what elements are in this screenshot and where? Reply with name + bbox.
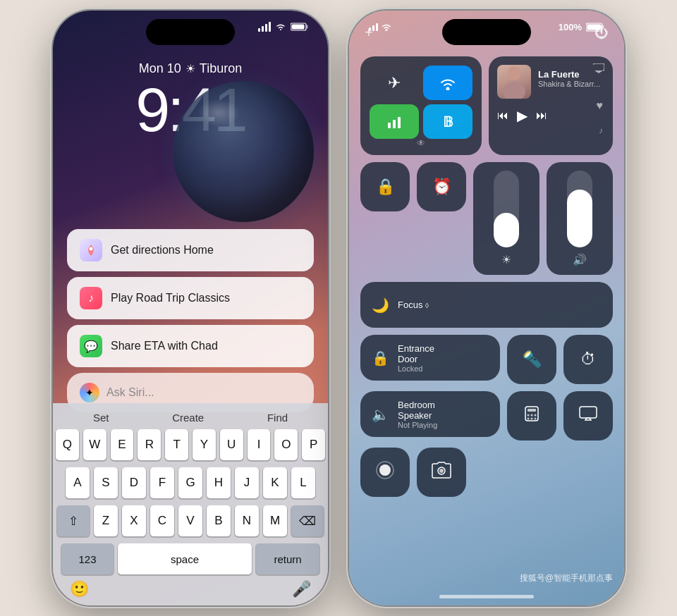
svg-rect-6 [603, 25, 604, 29]
key-t[interactable]: T [165, 429, 188, 460]
music-note-icon: ♪ [599, 125, 603, 135]
cc-grid: ✈ [360, 56, 613, 504]
mirror-icon-svg [579, 406, 597, 421]
tile-alarm[interactable]: ⏰ [417, 162, 466, 211]
btn-cellular[interactable] [370, 104, 419, 139]
shortcut-create[interactable]: Create [172, 412, 204, 424]
mic-icon[interactable]: 🎤 [292, 580, 311, 598]
key-h[interactable]: H [207, 467, 231, 498]
suggestion-directions-text: Get directions Home [111, 244, 214, 257]
tile-speaker[interactable]: 🔈 BedroomSpeaker Not Playing [360, 391, 500, 437]
svg-rect-11 [398, 117, 401, 128]
btn-wifi[interactable] [423, 66, 472, 100]
btn-next[interactable]: ⏭ [536, 109, 547, 122]
shortcut-set[interactable]: Set [93, 412, 109, 424]
btn-play[interactable]: ▶ [517, 107, 527, 124]
location-text: Tiburon [200, 61, 242, 76]
btn-prev[interactable]: ⏮ [497, 109, 508, 122]
svg-point-26 [439, 469, 444, 473]
key-d[interactable]: D [122, 467, 146, 498]
key-c[interactable]: C [150, 505, 174, 536]
brightness-fill [494, 213, 519, 247]
suggestion-messages[interactable]: 💬 Share ETA with Chad [67, 325, 314, 367]
tile-camera[interactable] [417, 448, 466, 497]
tile-flashlight[interactable]: 🔦 [507, 335, 556, 384]
key-e[interactable]: E [111, 429, 134, 460]
key-w[interactable]: W [83, 429, 106, 460]
key-n[interactable]: N [235, 505, 259, 536]
key-return[interactable]: return [256, 543, 319, 574]
key-m[interactable]: M [263, 505, 287, 536]
wifi-icon-cc [439, 76, 456, 90]
key-y[interactable]: Y [193, 429, 216, 460]
flashlight-icon: 🔦 [523, 350, 542, 369]
cc-status-left [369, 23, 391, 31]
key-j[interactable]: J [235, 467, 259, 498]
key-delete[interactable]: ⌫ [291, 505, 324, 536]
tile-volume[interactable]: 🔊 [547, 162, 613, 275]
key-r[interactable]: R [138, 429, 161, 460]
key-space[interactable]: space [118, 543, 252, 574]
key-i[interactable]: I [248, 429, 271, 460]
btn-bluetooth[interactable]: 𝔹 [423, 104, 472, 139]
sun-icon: ☀ [185, 62, 195, 75]
keyboard-row-4: 123 space return [56, 543, 325, 574]
camera-icon-svg [432, 462, 451, 479]
key-k[interactable]: K [263, 467, 287, 498]
key-g[interactable]: G [178, 467, 202, 498]
watermark: 搜狐号@智能手机那点事 [520, 572, 613, 584]
shortcut-find[interactable]: Find [267, 412, 288, 424]
svg-rect-10 [393, 120, 396, 128]
focus-indicator: 👁 [367, 138, 475, 148]
svg-rect-9 [388, 123, 391, 128]
key-s[interactable]: S [94, 467, 118, 498]
key-z[interactable]: Z [94, 505, 118, 536]
key-123[interactable]: 123 [61, 543, 114, 574]
key-b[interactable]: B [207, 505, 231, 536]
tile-screen-mirror[interactable] [563, 391, 613, 441]
key-l[interactable]: L [291, 467, 315, 498]
home-door-status: Locked [398, 364, 434, 373]
cc-wifi-icon [382, 23, 391, 31]
np-info: La Fuerte Shakira & Bizarr... [538, 69, 600, 88]
tile-focus[interactable]: 🌙 Focus ◊ [360, 282, 613, 328]
tile-timer[interactable]: ⏱ [563, 335, 613, 384]
tile-lock[interactable]: 🔒 [360, 162, 410, 211]
signal-bar-3 [265, 24, 267, 32]
tile-connectivity: ✈ [360, 56, 482, 155]
keyboard-row-3: ⇧ Z X C V B N M ⌫ [56, 505, 325, 536]
tile-record[interactable] [360, 448, 410, 497]
cc-status-right: 100% [559, 22, 604, 32]
key-v[interactable]: V [178, 505, 202, 536]
brightness-icon: ☀ [501, 253, 511, 266]
np-heart[interactable]: ♥ [597, 99, 604, 112]
key-f[interactable]: F [150, 467, 174, 498]
tile-nowplaying[interactable]: La Fuerte Shakira & Bizarr... ⏮ ▶ [489, 56, 613, 155]
emoji-icon[interactable]: 🙂 [70, 580, 89, 598]
calculator-icon [523, 405, 540, 426]
suggestion-music[interactable]: ♪ Play Road Trip Classics [67, 277, 314, 319]
suggestion-directions[interactable]: Get directions Home [67, 229, 314, 271]
tile-brightness[interactable]: ☀ [473, 162, 539, 275]
svg-point-4 [386, 29, 388, 31]
btn-airplane[interactable]: ✈ [370, 66, 419, 100]
cc-signal [369, 23, 378, 31]
airplay-icon[interactable] [593, 63, 604, 75]
key-shift[interactable]: ⇧ [57, 505, 90, 536]
phone2: + ⏻ 100% [349, 11, 624, 605]
phone1-background: Mon 10 ☀ Tiburon 9:41 Get directions Hom… [53, 11, 328, 605]
moon-icon: 🌙 [372, 297, 389, 314]
key-p[interactable]: P [302, 429, 325, 460]
svg-point-8 [446, 87, 450, 90]
key-o[interactable]: O [274, 429, 298, 460]
tile-home-door[interactable]: 🔒 EntranceDoor Locked [360, 335, 500, 381]
np-controls: ⏮ ▶ ⏭ [497, 107, 604, 124]
key-x[interactable]: X [122, 505, 146, 536]
keyboard-bottom-bar: 🙂 🎤 [56, 580, 325, 598]
key-q[interactable]: Q [56, 429, 79, 460]
key-a[interactable]: A [66, 467, 90, 498]
key-u[interactable]: U [220, 429, 243, 460]
tile-calculator[interactable] [507, 391, 556, 441]
keyboard-row-1: Q W E R T Y U I O P [56, 429, 325, 460]
signal-bar-2 [262, 26, 264, 32]
